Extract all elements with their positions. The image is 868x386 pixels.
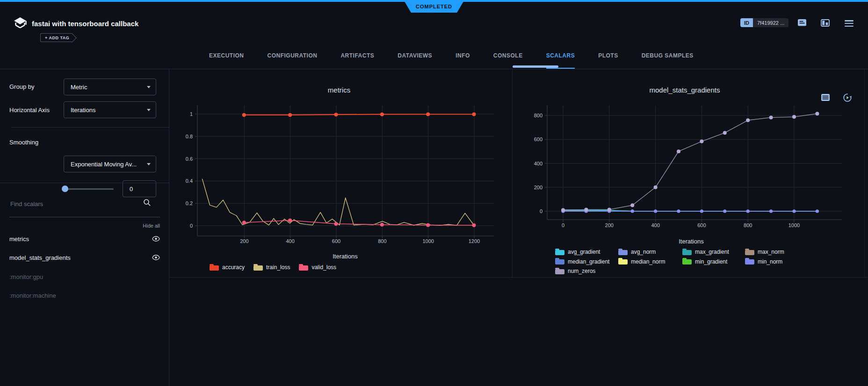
x-tick-label: 0 [562, 222, 564, 228]
legend-metrics: accuracytrain_lossvalid_loss [210, 264, 336, 271]
legend-item-median_norm[interactable]: median_norm [618, 258, 682, 265]
scalar-item-monitorgpu[interactable]: :monitor:gpu [9, 273, 43, 280]
chart-metrics: 2004006008001000120000.20.40.60.81 [186, 105, 494, 244]
legend-item-num_zeros[interactable]: num_zeros [555, 268, 618, 274]
x-tick-label: 400 [286, 238, 294, 244]
series-point-num_zeros [792, 115, 796, 119]
legend-folder-swatch [682, 259, 692, 264]
auto-refresh-icon[interactable] [843, 93, 852, 104]
series-line-num_zeros [563, 114, 817, 210]
legend-folder-swatch [555, 250, 564, 255]
legend-item-min_norm[interactable]: min_norm [745, 258, 784, 265]
side-panel-icon[interactable] [821, 19, 830, 29]
horizontal-scrollbar-thumb[interactable] [513, 65, 558, 68]
series-point-avg_gradient [585, 209, 587, 212]
series-point-avg_norm [723, 210, 726, 213]
smoothing-type-value: Exponential Moving Av... [71, 161, 137, 168]
series-point-median_norm [631, 210, 634, 213]
scalar-item-model_stats_gradients: model_stats_gradients [9, 253, 160, 262]
series-point-median_norm [585, 209, 587, 212]
series-point-max_norm [770, 210, 773, 213]
series-point-max_gradient [608, 209, 611, 212]
add-tag-button[interactable]: + ADD TAG [40, 33, 72, 42]
legend-item-train_loss[interactable]: train_loss [253, 264, 290, 271]
tab-plots[interactable]: PLOTS [598, 42, 618, 69]
series-line-accuracy [244, 114, 474, 115]
series-point-min_norm [677, 209, 680, 213]
series-point-num_zeros [815, 112, 819, 115]
hide-all-link[interactable]: Hide all [9, 223, 160, 229]
legend-item-accuracy[interactable]: accuracy [210, 264, 245, 271]
horizontal-axis-select[interactable]: Iterations [64, 101, 156, 118]
legend-label: median_gradient [568, 258, 609, 265]
status-badge: COMPLETED [404, 0, 464, 13]
series-point-num_zeros [561, 208, 565, 212]
series-point-max_gradient [746, 210, 749, 213]
tab-artifacts[interactable]: ARTIFACTS [340, 42, 374, 69]
legend-item-valid_loss[interactable]: valid_loss [299, 264, 336, 271]
tab-execution[interactable]: EXECUTION [209, 42, 244, 69]
series-point-accuracy [380, 113, 384, 116]
y-tick-label: 0 [190, 223, 193, 229]
menu-icon[interactable] [845, 20, 854, 28]
experiment-title: fastai with tensorboard callback [32, 20, 138, 28]
tab-dataviews[interactable]: DATAVIEWS [398, 42, 432, 69]
series-point-num_zeros [746, 118, 750, 122]
legend-item-avg_gradient[interactable]: avg_gradient [555, 249, 618, 255]
series-point-min_norm [792, 209, 796, 213]
y-tick-label: 600 [534, 136, 542, 142]
scalar-item-monitormachine[interactable]: :monitor:machine [9, 292, 56, 299]
tab-configuration[interactable]: CONFIGURATION [268, 42, 318, 69]
group-by-value: Metric [71, 84, 87, 91]
series-point-median_gradient [793, 210, 796, 213]
legend-item-avg_norm[interactable]: avg_norm [618, 249, 682, 255]
visibility-eye-icon[interactable] [152, 236, 160, 242]
series-point-max_norm [608, 209, 611, 212]
legend-label: median_norm [631, 258, 665, 265]
series-point-max_norm [677, 210, 680, 213]
find-scalars-input[interactable] [9, 200, 145, 208]
series-point-min_norm [561, 209, 564, 213]
legend-label: avg_norm [631, 249, 656, 255]
series-point-max_gradient [723, 210, 726, 213]
series-point-avg_gradient [770, 210, 773, 213]
series-point-min_norm [631, 209, 634, 213]
smoothing-slider-thumb[interactable] [62, 186, 68, 192]
search-icon[interactable] [143, 199, 151, 208]
tab-scalars[interactable]: SCALARS [546, 42, 575, 69]
experiment-id-chip[interactable]: ID 7f419922 ... [740, 18, 788, 27]
y-tick-label: 0.2 [186, 200, 193, 206]
series-point-valid_loss [472, 223, 476, 227]
series-line-max_norm [563, 211, 817, 211]
table-view-icon[interactable] [821, 94, 830, 103]
series-point-max_norm [562, 209, 564, 212]
description-icon[interactable] [798, 19, 806, 29]
smoothing-slider-track[interactable] [65, 188, 114, 190]
series-point-avg_gradient [677, 210, 680, 213]
smoothing-type-select[interactable]: Exponential Moving Av... [64, 156, 156, 172]
visibility-eye-icon[interactable] [152, 255, 160, 260]
tab-info[interactable]: INFO [456, 42, 470, 69]
legend-folder-swatch [253, 265, 263, 271]
series-line-train_loss [202, 179, 474, 226]
series-max_norm [562, 209, 818, 213]
tab-debug-samples[interactable]: DEBUG SAMPLES [642, 42, 694, 69]
series-point-max_norm [631, 210, 634, 213]
clearml-experiment-page: COMPLETED fastai with tensorboard callba… [0, 0, 868, 386]
series-point-median_gradient [562, 210, 564, 213]
legend-item-min_gradient[interactable]: min_gradient [682, 258, 745, 265]
group-by-select[interactable]: Metric [64, 79, 156, 95]
series-median_norm [562, 209, 818, 213]
series-point-avg_gradient [608, 209, 611, 212]
legend-label: avg_gradient [568, 249, 600, 255]
tab-console[interactable]: CONSOLE [493, 42, 523, 69]
legend-folder-swatch [618, 259, 628, 264]
series-point-num_zeros [723, 131, 727, 135]
legend-item-max_norm[interactable]: max_norm [745, 249, 784, 255]
series-point-num_zeros [630, 203, 634, 207]
series-point-min_norm [700, 209, 703, 213]
y-tick-label: 1 [190, 111, 193, 117]
chart-model_stats_gradients: 020040060080010000200400600800 [534, 105, 842, 228]
legend-item-median_gradient[interactable]: median_gradient [555, 258, 618, 265]
legend-item-max_gradient[interactable]: max_gradient [682, 249, 745, 255]
